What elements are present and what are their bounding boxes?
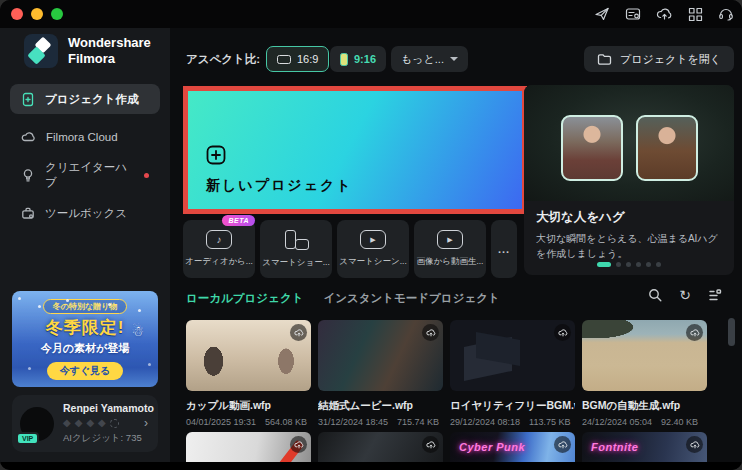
feature-smart-scene[interactable]: ▶ スマートシーン...: [337, 220, 409, 278]
cloud-upload-icon[interactable]: [290, 324, 307, 341]
cloud-icon: [21, 130, 36, 144]
promo-title: 冬季限定!: [46, 316, 125, 339]
project-thumbnail: [450, 320, 575, 391]
carousel-dot[interactable]: [646, 262, 651, 267]
project-name: 結婚式ムービー.wfp: [318, 399, 443, 413]
cloud-upload-icon[interactable]: [422, 436, 439, 453]
more-features-button[interactable]: ...: [491, 220, 517, 278]
feature-smart-shorts[interactable]: スマートショー...: [260, 220, 332, 278]
profile-card[interactable]: VIP Renpei Yamamoto ◆ ◆ ◆ ◆ › AIクレジット: 7…: [12, 395, 158, 452]
project-date: 24/12/2024 05:04: [582, 417, 652, 427]
chevron-right-icon[interactable]: ›: [144, 416, 150, 430]
project-thumbnail: [186, 320, 311, 391]
profile-info: Renpei Yamamoto ◆ ◆ ◆ ◆ › AIクレジット: 735: [63, 402, 150, 445]
sidebar-item-toolbox[interactable]: ツールボックス: [10, 198, 160, 228]
promo-cta-button[interactable]: 今すぐ見る: [47, 362, 124, 380]
aspect-more-button[interactable]: もっと...: [391, 46, 468, 72]
main-area: アスペクト比: 16:9 9:16 もっと... プロジェクトを開く 新しいプロ…: [170, 28, 742, 462]
cloud-sync-icon[interactable]: [656, 6, 673, 22]
aspect-16-9-button[interactable]: 16:9: [266, 46, 329, 72]
zoom-window-button[interactable]: [51, 8, 63, 20]
aspect-9-16-label: 9:16: [354, 53, 376, 65]
cloud-upload-icon[interactable]: [422, 324, 439, 341]
cloud-upload-icon[interactable]: [290, 436, 307, 453]
carousel-dot[interactable]: [597, 262, 611, 267]
thumbnail-title-text: Cyber Punk: [459, 441, 525, 453]
aspect-9-16-button[interactable]: 9:16: [330, 46, 386, 72]
feature-label: 画像から動画生...: [417, 256, 484, 268]
sidebar-item-label: Filmora Cloud: [46, 131, 118, 143]
sidebar-item-creator-hub[interactable]: クリエイターハブ: [10, 160, 160, 190]
feature-audio-to-video[interactable]: BETA ♪ オーディオから...: [183, 220, 255, 278]
beta-badge: BETA: [222, 215, 255, 226]
cloud-upload-icon[interactable]: [554, 436, 571, 453]
feature-label: スマートショー...: [262, 257, 330, 269]
carousel-dots: [524, 262, 734, 267]
cloud-upload-icon[interactable]: [686, 324, 703, 341]
sidebar-item-label: プロジェクト作成: [45, 92, 139, 107]
feature-image-to-video[interactable]: ▶ 画像から動画生...: [414, 220, 486, 278]
close-window-button[interactable]: [11, 8, 23, 20]
project-card[interactable]: BGMの自動生成.wfp 24/12/2024 05:0492.40 KB: [582, 320, 707, 427]
brand-line1: Wondershare: [68, 35, 151, 51]
banner-text: 大切な人をハグ 大切な瞬間をとらえる、心温まるAIハグを作成しましょう。: [524, 201, 734, 261]
lightbulb-icon: [21, 168, 35, 183]
gem-icon: ◆: [63, 418, 71, 428]
project-card[interactable]: ロイヤリティフリーBGM.wfp 29/12/2024 08:18113.75 …: [450, 320, 575, 427]
carousel-dot[interactable]: [616, 262, 621, 267]
promo-banner[interactable]: 冬の特別な贈り物 冬季限定! ☃ 今月の素材が登場 今すぐ見る: [12, 291, 158, 387]
project-name: カップル動画.wfp: [186, 399, 311, 413]
project-size: 113.75 KB: [529, 417, 570, 427]
thumbnail-title-text: Fontnite: [591, 441, 638, 453]
sidebar-item-filmora-cloud[interactable]: Filmora Cloud: [10, 122, 160, 152]
vip-badge: VIP: [16, 432, 39, 445]
list-view-icon[interactable]: [708, 289, 722, 302]
send-icon[interactable]: [594, 6, 610, 22]
ai-credits: AIクレジット: 735: [63, 432, 150, 445]
plus-square-icon: [206, 145, 226, 169]
carousel-dot[interactable]: [656, 262, 661, 267]
new-project-label: 新しいプロジェクト: [206, 177, 353, 195]
tab-instant-mode-projects[interactable]: インスタントモードプロジェクト: [323, 291, 499, 306]
carousel-dot[interactable]: [626, 262, 631, 267]
project-settings-icon[interactable]: [625, 6, 641, 22]
sidebar: Wondershare Filmora プロジェクト作成 Filmora Clo…: [0, 28, 170, 462]
project-card[interactable]: カップル動画.wfp 04/01/2025 19:31564.08 KB: [186, 320, 311, 427]
folder-icon: [597, 52, 612, 66]
project-toolbar: ↻: [648, 288, 722, 302]
project-date: 04/01/2025 19:31: [186, 417, 256, 427]
apps-grid-icon[interactable]: [688, 7, 703, 22]
sidebar-item-create-project[interactable]: プロジェクト作成: [10, 84, 160, 114]
refresh-icon[interactable]: ↻: [679, 288, 691, 302]
open-project-label: プロジェクトを開く: [620, 52, 721, 67]
feature-label: オーディオから...: [185, 256, 253, 268]
smart-shorts-icon: [283, 230, 309, 250]
smart-scene-icon: ▶: [360, 230, 386, 249]
project-size: 92.40 KB: [661, 417, 698, 427]
banner-photo-man: [561, 115, 623, 181]
brand-line2: Filmora: [68, 51, 151, 67]
file-plus-icon: [21, 92, 35, 107]
carousel-dot[interactable]: [636, 262, 641, 267]
ai-hug-banner[interactable]: 大切な人をハグ 大切な瞬間をとらえる、心温まるAIハグを作成しましょう。: [524, 85, 734, 275]
vertical-scrollbar[interactable]: [728, 318, 735, 346]
more-features-label: ...: [498, 243, 510, 255]
minimize-window-button[interactable]: [31, 8, 43, 20]
audio-to-video-icon: ♪: [206, 230, 232, 249]
aspect-16-9-label: 16:9: [297, 53, 318, 65]
search-icon[interactable]: [648, 288, 662, 302]
support-headset-icon[interactable]: [718, 6, 734, 22]
feature-row: BETA ♪ オーディオから... スマートショー... ▶ スマートシーン..…: [183, 220, 517, 278]
notification-dot: [144, 173, 149, 178]
gem-icon: ◆: [86, 418, 94, 428]
toolbox-icon: [21, 206, 35, 220]
project-thumbnail: [582, 320, 707, 391]
cloud-upload-icon[interactable]: [554, 324, 571, 341]
tab-local-projects[interactable]: ローカルプロジェクト: [186, 291, 303, 306]
project-card[interactable]: 結婚式ムービー.wfp 31/12/2024 18:45715.74 KB: [318, 320, 443, 427]
titlebar: [0, 0, 742, 28]
open-project-button[interactable]: プロジェクトを開く: [584, 46, 734, 72]
new-project-card[interactable]: 新しいプロジェクト: [188, 91, 522, 209]
cloud-upload-icon[interactable]: [686, 436, 703, 453]
gem-icon: ◆: [98, 418, 106, 428]
